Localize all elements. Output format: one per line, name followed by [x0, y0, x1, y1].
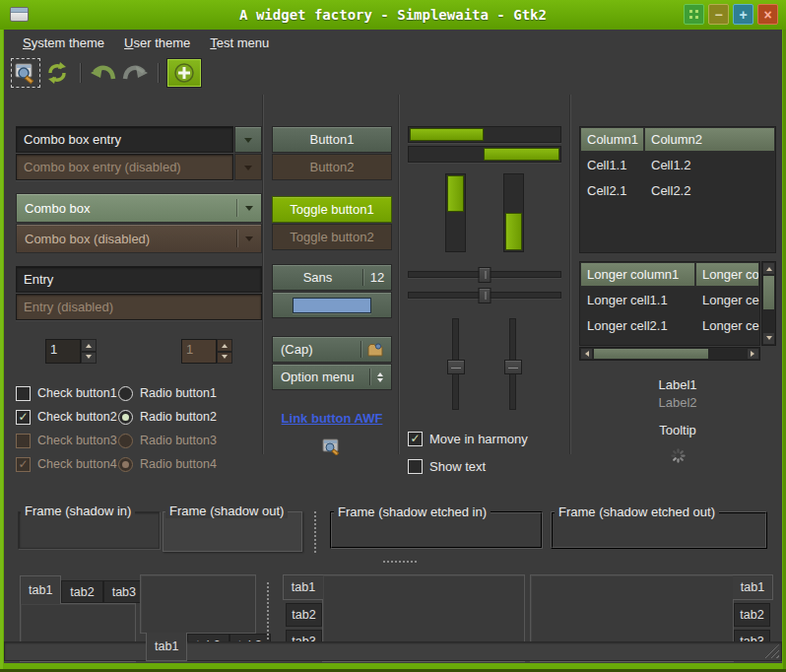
close-button[interactable]: ×	[757, 4, 778, 25]
chevron-down-icon	[245, 206, 253, 215]
notebook-page	[140, 574, 256, 634]
resize-grip[interactable]	[763, 644, 779, 658]
progressbar-right	[408, 146, 561, 163]
spin-up-button[interactable]	[81, 339, 97, 352]
font-button[interactable]: Sans 12	[272, 264, 392, 291]
window-menu-button[interactable]	[684, 4, 704, 25]
tab-tab1[interactable]: tab1	[283, 574, 323, 600]
tab-tab1[interactable]: tab1	[20, 575, 61, 604]
undo-button[interactable]	[89, 58, 118, 88]
triangle-up-icon	[86, 341, 92, 348]
spin-value[interactable]: 1	[45, 339, 81, 364]
tree1-column1-header[interactable]: Column1	[580, 127, 644, 152]
tab-tab2[interactable]: tab2	[286, 603, 322, 627]
scroll-up-button[interactable]	[762, 262, 775, 275]
tree2-column2-header[interactable]: Longer col	[695, 262, 759, 287]
tree1-column2-header[interactable]: Column2	[644, 127, 775, 152]
triangle-down-icon	[766, 336, 772, 343]
refresh-button[interactable]	[42, 58, 72, 88]
vertical-scale-2	[504, 318, 522, 410]
column-separator	[569, 95, 571, 454]
scale-handle[interactable]	[447, 360, 465, 374]
color-button[interactable]	[272, 292, 392, 318]
tab-tab3[interactable]: tab3	[103, 580, 145, 603]
horizontal-scale-2	[408, 288, 561, 303]
option-menu[interactable]: Option menu	[272, 364, 392, 390]
table-row-clipped[interactable]: Longer cell3.1 Longer ce	[580, 338, 759, 346]
horizontal-scrollbar[interactable]	[579, 347, 760, 361]
toggle-button1[interactable]: Toggle button1	[272, 196, 392, 223]
refresh-icon	[45, 61, 69, 85]
radio-radio-button2[interactable]	[118, 410, 133, 425]
checkbox-show-text[interactable]	[408, 459, 423, 474]
scrollbar-thumb[interactable]	[593, 348, 709, 360]
chevron-down-icon	[244, 138, 252, 147]
table-row[interactable]: Longer cell2.1 Longer ce	[580, 312, 759, 338]
find-replace-button[interactable]	[11, 58, 40, 88]
titlebar[interactable]: A widget factory - Simplewaita - Gtk2 − …	[0, 0, 786, 30]
tab-tab1[interactable]: tab1	[146, 633, 187, 661]
check-icon: ✓	[18, 411, 28, 423]
check-button2-label: Check button2	[37, 410, 118, 424]
scale-handle[interactable]	[479, 267, 491, 283]
check-radio-row: ✓ Check button2 Radio button2	[16, 405, 262, 429]
maximize-icon: +	[739, 8, 747, 22]
menu-user-theme[interactable]: User theme	[115, 32, 199, 54]
checkbox-move-in-harmony[interactable]: ✓	[408, 432, 423, 446]
progress-fill	[484, 148, 559, 161]
tree2-column1-header[interactable]: Longer column1	[580, 262, 695, 287]
tab-tab2[interactable]: tab2	[61, 580, 102, 603]
radio-radio-button1[interactable]	[118, 386, 133, 401]
file-chooser-button[interactable]: (Cap)	[272, 336, 392, 363]
minimize-icon: −	[714, 8, 722, 22]
check-icon: ✓	[410, 433, 420, 444]
chevron-down-icon	[244, 166, 252, 174]
vertical-scale-1	[447, 318, 465, 410]
check-row: ✓ Move in harmony	[408, 431, 561, 446]
minimize-button[interactable]: −	[708, 4, 729, 25]
scrollbar-thumb[interactable]	[762, 275, 775, 310]
treeview-1: Column1 Column2 Cell1.1 Cell1.2 Cell2.1 …	[579, 126, 776, 253]
combo-box-entry: Combo box entry	[16, 126, 262, 153]
redo-button[interactable]	[120, 58, 150, 88]
frame-shadow-out: Frame (shadow out)	[163, 511, 302, 552]
scroll-down-button[interactable]	[762, 332, 775, 345]
menu-test-menu[interactable]: Test menu	[201, 32, 278, 54]
show-text-label: Show text	[429, 459, 486, 474]
check-button1-label: Check button1	[37, 386, 118, 400]
label2: Label2	[579, 395, 776, 410]
scale-handle[interactable]	[479, 288, 491, 303]
button1[interactable]: Button1	[272, 126, 392, 153]
triangle-down-icon	[86, 355, 92, 362]
color-swatch	[293, 298, 371, 313]
scale-handle[interactable]	[504, 360, 522, 374]
scroll-left-button[interactable]	[580, 348, 593, 360]
tab-tab2[interactable]: tab2	[734, 603, 770, 627]
vertical-scales	[408, 318, 561, 410]
combo-box[interactable]: Combo box	[16, 193, 262, 223]
find-replace-icon	[14, 61, 37, 85]
table-row[interactable]: Cell1.1 Cell1.2	[580, 152, 775, 177]
table-row[interactable]: Longer cell1.1 Longer ce	[580, 287, 759, 312]
progressbar-left	[408, 126, 561, 143]
link-button[interactable]: Link button AWF	[272, 411, 392, 426]
maximize-button[interactable]: +	[733, 4, 753, 25]
checkbox-check-button3	[16, 434, 31, 448]
text-entry[interactable]: Entry	[16, 266, 262, 293]
table-row[interactable]: Cell2.1 Cell2.2	[580, 177, 775, 203]
checkbox-check-button2[interactable]: ✓	[16, 410, 31, 425]
checkbox-check-button1[interactable]	[16, 386, 31, 401]
tab-tab1[interactable]: tab1	[733, 574, 773, 600]
menu-system-theme[interactable]: System theme	[14, 32, 113, 54]
combo-box-entry-input[interactable]: Combo box entry	[16, 126, 233, 153]
spin-down-button[interactable]	[81, 352, 97, 365]
triangle-up-icon	[766, 264, 772, 271]
chevron-down-icon	[245, 236, 253, 245]
add-button[interactable]	[166, 58, 202, 88]
combo-box-entry-arrow-button[interactable]	[234, 126, 262, 153]
vertical-scrollbar[interactable]	[761, 261, 776, 346]
scroll-right-button[interactable]	[747, 348, 759, 360]
spin-button[interactable]: 1	[45, 339, 97, 364]
triangle-down-icon	[222, 355, 228, 362]
frame-shadow-in: Frame (shadow in)	[18, 511, 160, 549]
